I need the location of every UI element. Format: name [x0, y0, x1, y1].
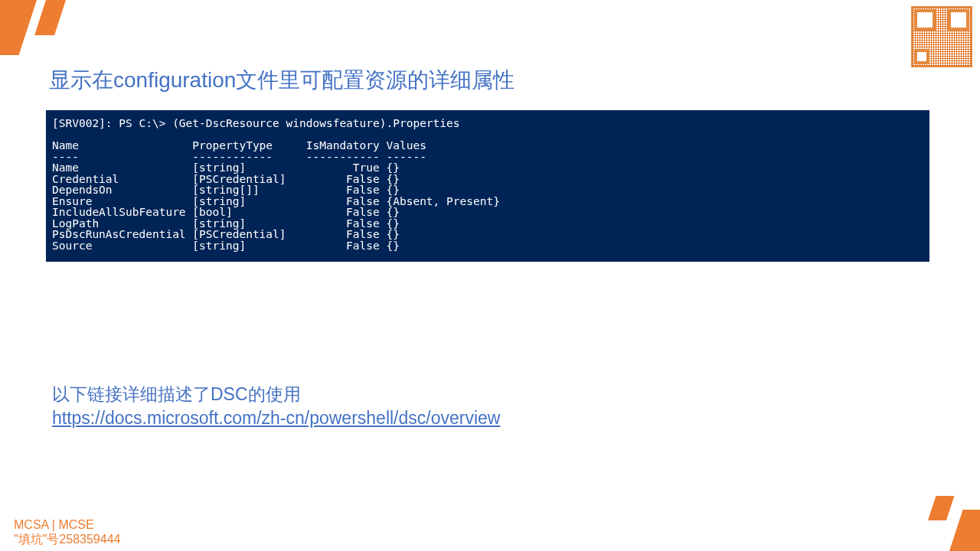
decoration-bottom-right [888, 490, 980, 551]
reference-block: 以下链接详细描述了DSC的使用 https://docs.microsoft.c… [52, 383, 500, 430]
footer-credits: MCSA | MCSE "填坑"号258359444 [14, 517, 120, 546]
footer-line1: MCSA | MCSE [14, 517, 120, 532]
footer-line2: "填坑"号258359444 [14, 532, 120, 546]
dsc-docs-link[interactable]: https://docs.microsoft.com/zh-cn/powersh… [52, 408, 500, 428]
terminal-output: [SRV002]: PS C:\> (Get-DscResource windo… [46, 110, 929, 262]
link-intro-text: 以下链接详细描述了DSC的使用 [52, 383, 500, 406]
qr-code-icon [911, 6, 972, 67]
page-title: 显示在configuration文件里可配置资源的详细属性 [49, 66, 514, 95]
